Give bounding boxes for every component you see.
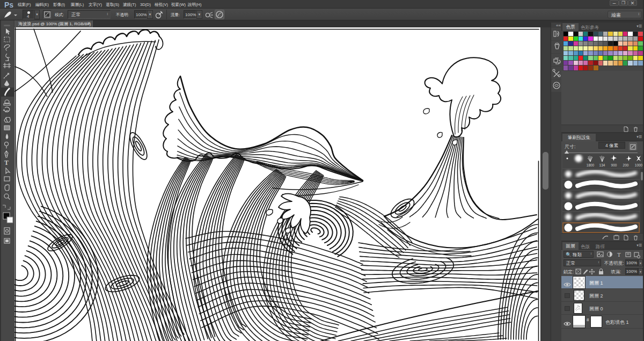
svg-text:T: T [4, 159, 9, 166]
svg-text:134: 134 [599, 163, 605, 167]
svg-text:1000: 1000 [635, 163, 643, 167]
svg-text:200: 200 [623, 163, 629, 167]
svg-text:900: 900 [611, 163, 617, 167]
svg-text:1800: 1800 [587, 163, 595, 167]
svg-text:T: T [617, 251, 621, 258]
